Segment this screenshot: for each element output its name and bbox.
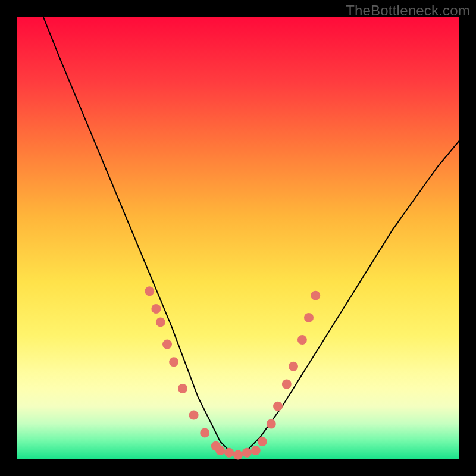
plot-area xyxy=(17,17,459,459)
data-point xyxy=(156,317,165,327)
data-point xyxy=(304,313,314,322)
data-point xyxy=(169,357,178,367)
watermark-text: TheBottleneck.com xyxy=(346,2,470,19)
data-point xyxy=(258,437,267,446)
data-point xyxy=(162,340,172,349)
data-point xyxy=(178,384,187,393)
data-point xyxy=(145,286,154,296)
chart-svg xyxy=(17,17,459,459)
data-point xyxy=(282,380,292,389)
data-point xyxy=(298,335,307,345)
data-point xyxy=(311,291,320,300)
outer-frame: TheBottleneck.com xyxy=(0,0,476,476)
data-point xyxy=(267,419,276,429)
data-point xyxy=(200,428,209,437)
data-point xyxy=(242,448,252,458)
data-point xyxy=(215,446,225,455)
data-point xyxy=(151,304,161,314)
dots-layer xyxy=(145,286,320,459)
data-point xyxy=(189,411,199,420)
data-point xyxy=(273,402,283,411)
data-point xyxy=(224,448,234,458)
data-point xyxy=(289,362,298,371)
data-point xyxy=(233,450,243,460)
curve-layer xyxy=(43,17,459,455)
bottleneck-curve-path xyxy=(43,17,459,455)
data-point xyxy=(251,446,261,455)
